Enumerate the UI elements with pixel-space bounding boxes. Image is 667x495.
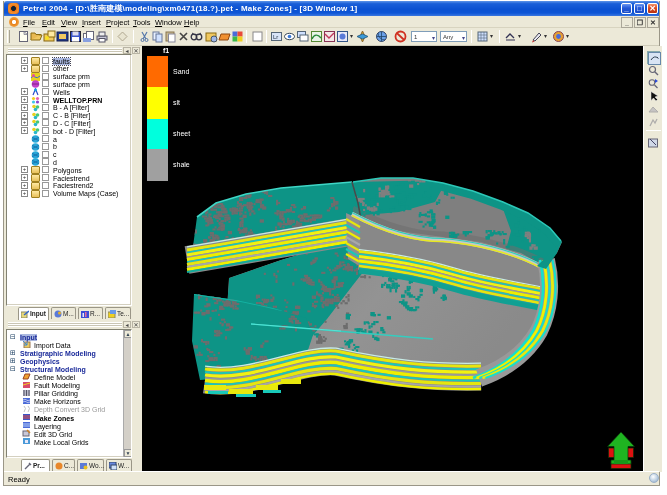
svg-text:Lr: Lr xyxy=(273,34,278,40)
